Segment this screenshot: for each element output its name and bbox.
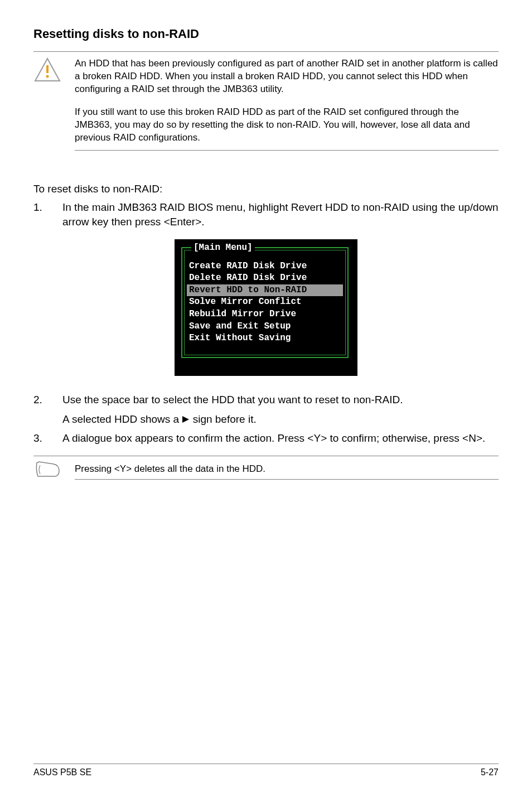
- step-2-number: 2.: [33, 393, 49, 427]
- step-3: 3. A dialogue box appears to confirm the…: [33, 431, 499, 446]
- svg-marker-3: [182, 416, 189, 423]
- triangle-icon: [182, 416, 190, 423]
- footer-left: ASUS P5B SE: [33, 767, 91, 777]
- note-text: Pressing <Y> deletes all the data in the…: [75, 460, 499, 480]
- warning-block: An HDD that has been previously configur…: [33, 51, 499, 151]
- step-3-text: A dialogue box appears to confirm the ac…: [62, 431, 499, 446]
- intro-text: To reset disks to non-RAID:: [33, 182, 499, 196]
- bios-item-create: Create RAID Disk Drive: [187, 260, 343, 273]
- warning-icon: [34, 57, 61, 82]
- bios-item-exit: Exit Without Saving: [187, 332, 343, 345]
- svg-rect-1: [46, 65, 49, 73]
- step-2-line-1: Use the space bar to select the HDD that…: [62, 393, 499, 407]
- bios-item-save: Save and Exit Setup: [187, 321, 343, 333]
- footer-right: 5-27: [481, 767, 499, 777]
- step-1-text: In the main JMB363 RAID BIOS menu, highl…: [62, 200, 499, 229]
- bios-menu: [Main Menu] Create RAID Disk Drive Delet…: [175, 239, 357, 376]
- warning-paragraph-1: An HDD that has been previously configur…: [75, 57, 499, 96]
- bios-item-delete: Delete RAID Disk Drive: [187, 272, 343, 284]
- bios-item-revert: Revert HDD to Non-RAID: [187, 284, 343, 297]
- step-2-line-2: A selected HDD shows a sign before it.: [62, 412, 499, 427]
- bios-menu-title: [Main Menu]: [191, 242, 255, 254]
- bios-item-rebuild: Rebuild Mirror Drive: [187, 308, 343, 321]
- step-1-number: 1.: [33, 200, 49, 229]
- step-3-number: 3.: [33, 431, 49, 446]
- section-heading: Resetting disks to non-RAID: [33, 27, 499, 41]
- svg-point-2: [46, 75, 49, 78]
- step-1: 1. In the main JMB363 RAID BIOS menu, hi…: [33, 200, 499, 229]
- bios-item-solve: Solve Mirror Conflict: [187, 296, 343, 308]
- note-icon: [35, 460, 60, 480]
- page-footer: ASUS P5B SE 5-27: [33, 764, 499, 777]
- step-2: 2. Use the space bar to select the HDD t…: [33, 393, 499, 427]
- note-block: Pressing <Y> deletes all the data in the…: [33, 456, 499, 483]
- warning-paragraph-2: If you still want to use this broken RAI…: [75, 106, 499, 144]
